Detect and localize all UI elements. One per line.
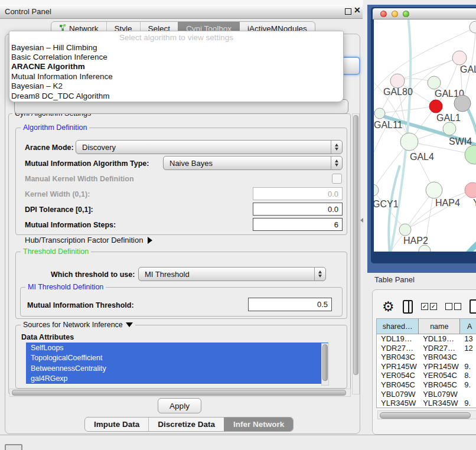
network-node-hap4[interactable] [426, 182, 442, 198]
table-cell: YPR145W [419, 362, 460, 371]
close-icon[interactable]: ✕ [354, 5, 361, 15]
split-columns-icon[interactable] [403, 300, 413, 314]
aracne-mode-label: Aracne Mode: [25, 144, 74, 152]
network-canvas[interactable]: GALGAL80GAL10GAL1GAL11SWI4GAL4GCY1HAP4YH… [374, 19, 476, 252]
dropdown-item-mutual-information-inference[interactable]: Mutual Information Inference [9, 71, 343, 81]
column-header-a[interactable]: A [460, 319, 476, 334]
aracne-mode-combo[interactable]: Discovery [76, 140, 343, 154]
dropdown-item-dream8-dc-tdc-algorithm[interactable]: Dream8 DC_TDC Algorithm [9, 91, 343, 100]
mi-type-value: Naive Bayes [169, 159, 213, 168]
table-cell: YER054C [419, 371, 460, 380]
network-node-gal80[interactable] [390, 74, 405, 88]
algorithm-dropdown-placeholder: Select algorithm to view settings [9, 33, 343, 43]
column-header-shared[interactable]: shared… [377, 319, 419, 334]
mi-steps-value: 6 [334, 220, 338, 229]
table-horizontal-scrollbar-thumb[interactable] [380, 412, 471, 419]
sources-legend-label: Sources for Network Inference [23, 321, 123, 329]
mi-threshold-label: Mutual Information Threshold: [27, 301, 134, 309]
network-node-label: GAL4 [410, 152, 434, 162]
column-header-name[interactable]: name [419, 319, 460, 334]
bottom-tab-infer-network[interactable]: Infer Network [224, 418, 293, 431]
network-node-y[interactable] [465, 182, 476, 198]
network-node-gal11[interactable] [374, 108, 385, 119]
network-node-gal10[interactable] [428, 76, 441, 89]
table-row[interactable]: YER054CYER054C8. [377, 371, 476, 380]
table-row[interactable]: YLR345WYLR345W9. [377, 399, 476, 407]
kernel-width-field[interactable]: 0.0 [253, 187, 343, 200]
mi-steps-field[interactable]: 6 [253, 218, 343, 231]
which-threshold-combo[interactable]: MI Threshold [138, 267, 326, 281]
network-node-swi4[interactable] [443, 122, 456, 135]
mac-close-icon[interactable] [380, 11, 387, 17]
expander-open-icon [126, 322, 133, 327]
table-row[interactable]: YBL079WYBL079W [377, 390, 476, 399]
mi-type-combo[interactable]: Naive Bayes [163, 156, 343, 170]
table-row[interactable]: YDR27…YDR27…12 [377, 344, 476, 353]
network-node[interactable] [454, 95, 471, 112]
bottom-tab-discretize-data[interactable]: Discretize Data [148, 418, 224, 431]
settings-horizontal-scrollbar-thumb[interactable] [12, 390, 346, 396]
table-cell [460, 353, 476, 362]
attributes-scrollbar[interactable] [321, 343, 329, 386]
hub-definition-expander[interactable]: Hub/Transcription Factor Definition [25, 236, 152, 244]
attribute-item-selfloops[interactable]: SelfLoops [26, 343, 328, 353]
network-node-gal4[interactable] [400, 133, 418, 151]
network-node-gcy1[interactable] [374, 184, 379, 196]
table-row[interactable]: YDL19…YDL19…13 [377, 334, 476, 344]
network-node-label: HAP4 [435, 198, 460, 208]
mi-threshold-group-legend: MI Threshold Definition [25, 283, 106, 291]
settings-vertical-scrollbar-thumb[interactable] [353, 115, 358, 375]
network-node-label: GAL [460, 64, 476, 74]
hub-definition-label: Hub/Transcription Factor Definition [25, 236, 143, 244]
network-node-hap2[interactable] [399, 224, 411, 236]
attributes-scrollbar-thumb[interactable] [322, 344, 328, 381]
dropdown-item-bayesian-k2[interactable]: Bayesian – K2 [9, 81, 343, 91]
dropdown-item-bayesian-hill-climbing[interactable]: Bayesian – Hill Climbing [9, 43, 343, 52]
table-row[interactable]: YBR043CYBR043C [377, 353, 476, 362]
table-cell: 13 [460, 334, 476, 344]
dropdown-item-aracne-algorithm[interactable]: ARACNE Algorithm [9, 62, 343, 71]
manual-kernel-checkbox[interactable] [332, 174, 342, 184]
network-node[interactable] [465, 145, 476, 164]
network-node-label: GCY1 [374, 199, 399, 209]
network-window-titlebar[interactable] [373, 8, 476, 19]
unchecked-pair-icon[interactable] [445, 303, 461, 310]
which-threshold-label: Which threshold to use: [51, 270, 135, 279]
page-icon[interactable] [470, 299, 476, 314]
dropdown-item-basic-correlation-inference[interactable]: Basic Correlation Inference [9, 52, 343, 61]
mac-minimize-icon[interactable] [392, 11, 398, 17]
network-node-gal1[interactable] [429, 100, 442, 113]
network-node[interactable] [419, 245, 431, 252]
attribute-item-gal4rgexp[interactable]: gal4RGexp [26, 374, 328, 384]
settings-vertical-scrollbar[interactable] [352, 113, 360, 394]
bottom-tabs: Impute DataDiscretize DataInfer Network [84, 417, 294, 432]
attribute-item-betweennesscentrality[interactable]: BetweennessCentrality [26, 363, 328, 374]
panel-splitter-handle[interactable] [360, 217, 364, 223]
network-node-label: GAL1 [436, 113, 461, 123]
mac-zoom-icon[interactable] [403, 11, 409, 17]
attribute-item-topologicalcoefficient[interactable]: TopologicalCoefficient [26, 353, 328, 364]
table-cell: YDR27… [419, 344, 460, 353]
checked-pair-icon[interactable]: ✓✓ [421, 303, 437, 310]
table-horizontal-scrollbar[interactable] [377, 410, 476, 419]
network-node-gal[interactable] [452, 51, 467, 65]
top-strip [0, 0, 363, 5]
table-row[interactable]: YBR045CYBR045C9. [377, 380, 476, 390]
aracne-mode-value: Discovery [82, 143, 116, 152]
network-node[interactable] [470, 21, 476, 33]
algorithm-dropdown-popup: Select algorithm to view settings Bayesi… [9, 31, 344, 102]
dpi-tolerance-value: 0.0 [328, 205, 338, 214]
table-row[interactable]: YPR145WYPR145W9. [377, 362, 476, 371]
mi-threshold-field[interactable]: 0.5 [248, 298, 332, 311]
apply-button[interactable]: Apply [158, 398, 201, 413]
bottom-tab-impute-data[interactable]: Impute Data [85, 418, 148, 431]
minimized-panel-icon[interactable] [5, 444, 22, 450]
settings-horizontal-scrollbar[interactable] [9, 389, 351, 397]
dpi-tolerance-field[interactable]: 0.0 [253, 203, 343, 216]
sources-legend[interactable]: Sources for Network Inference [21, 321, 135, 329]
network-node-label: SWI4 [449, 136, 472, 146]
spinner-icon [314, 268, 325, 281]
gear-icon[interactable]: ⚙ [382, 300, 395, 314]
float-window-icon[interactable] [345, 8, 351, 15]
table-header-row: shared…nameA [377, 319, 476, 334]
